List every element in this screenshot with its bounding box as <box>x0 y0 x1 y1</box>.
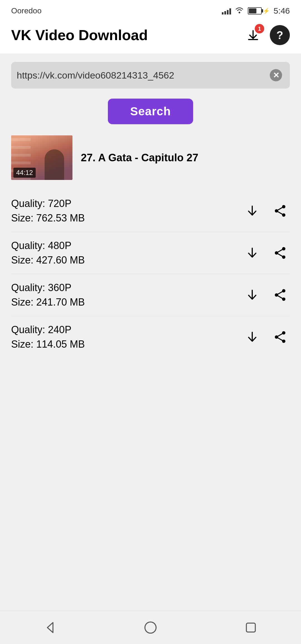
svg-line-15 <box>276 295 284 299</box>
video-info-row: 44:12 27. A Gata - Capitulo 27 <box>11 135 290 180</box>
quality-details-240p: Quality: 240P Size: 114.05 MB <box>11 324 85 350</box>
quality-item-240p: Quality: 240P Size: 114.05 MB <box>11 316 290 358</box>
svg-line-20 <box>276 337 284 341</box>
quality-list: Quality: 720P Size: 762.53 MB <box>11 190 290 358</box>
share-icon <box>273 204 287 218</box>
spacer <box>0 484 301 611</box>
status-bar: Ooredoo ⚡ 5:46 <box>0 0 301 19</box>
app-bar-icons: 1 ? <box>243 25 290 45</box>
size-720p-label: Size: 762.53 MB <box>11 212 85 224</box>
main-content: ✕ Search 44:12 27. A Gata - Capitulo 27 … <box>0 53 301 484</box>
app-bar: VK Video Download 1 ? <box>0 19 301 53</box>
download-icon <box>245 246 259 260</box>
svg-rect-23 <box>246 623 255 632</box>
download-480p-button[interactable] <box>242 243 262 263</box>
quality-item-720p: Quality: 720P Size: 762.53 MB <box>11 190 290 232</box>
status-right: ⚡ 5:46 <box>222 6 290 16</box>
time-text: 5:46 <box>274 6 290 16</box>
url-input-row: ✕ <box>11 62 290 89</box>
video-title: 27. A Gata - Capitulo 27 <box>81 152 198 164</box>
video-thumbnail: 44:12 <box>11 135 72 180</box>
size-240p-label: Size: 114.05 MB <box>11 338 85 350</box>
svg-line-10 <box>276 253 284 257</box>
svg-marker-21 <box>47 623 53 633</box>
download-icon <box>245 288 259 302</box>
clear-url-button[interactable]: ✕ <box>268 67 284 84</box>
download-badge-wrap: 1 <box>243 25 263 45</box>
recents-icon <box>244 620 258 635</box>
download-icon <box>245 330 259 344</box>
item-actions-240p <box>242 327 290 347</box>
url-input[interactable] <box>17 70 268 81</box>
share-icon <box>273 288 287 302</box>
svg-line-9 <box>276 249 284 253</box>
download-icon <box>245 204 259 218</box>
quality-details-720p: Quality: 720P Size: 762.53 MB <box>11 198 85 224</box>
item-actions-480p <box>242 243 290 263</box>
home-button[interactable] <box>143 620 158 635</box>
back-button[interactable] <box>43 620 57 635</box>
quality-720p-label: Quality: 720P <box>11 198 85 209</box>
search-button-wrap: Search <box>11 99 290 124</box>
wifi-icon <box>235 6 244 16</box>
share-720p-button[interactable] <box>270 201 290 221</box>
bolt-icon: ⚡ <box>263 8 270 14</box>
video-duration: 44:12 <box>13 168 36 178</box>
share-480p-button[interactable] <box>270 243 290 263</box>
help-icon: ? <box>276 29 283 42</box>
share-240p-button[interactable] <box>270 327 290 347</box>
quality-item-480p: Quality: 480P Size: 427.60 MB <box>11 232 290 274</box>
download-badge: 1 <box>255 24 264 33</box>
signal-icon <box>222 7 231 14</box>
quality-details-360p: Quality: 360P Size: 241.70 MB <box>11 282 85 308</box>
quality-item-360p: Quality: 360P Size: 241.70 MB <box>11 274 290 316</box>
home-icon <box>143 620 158 635</box>
back-icon <box>43 620 57 635</box>
share-icon <box>273 330 287 344</box>
svg-point-22 <box>145 622 156 633</box>
quality-480p-label: Quality: 480P <box>11 240 85 252</box>
share-360p-button[interactable] <box>270 285 290 305</box>
clear-icon: ✕ <box>270 69 282 81</box>
download-240p-button[interactable] <box>242 327 262 347</box>
bottom-nav <box>0 611 301 644</box>
item-actions-360p <box>242 285 290 305</box>
battery-indicator: ⚡ <box>248 7 270 14</box>
svg-line-5 <box>276 211 284 215</box>
search-button[interactable]: Search <box>108 99 193 124</box>
svg-point-0 <box>239 12 240 13</box>
size-360p-label: Size: 241.70 MB <box>11 296 85 308</box>
recents-button[interactable] <box>244 620 258 635</box>
help-button[interactable]: ? <box>270 25 290 45</box>
svg-line-19 <box>276 333 284 337</box>
share-icon <box>273 246 287 260</box>
download-720p-button[interactable] <box>242 201 262 221</box>
svg-line-4 <box>276 207 284 211</box>
quality-240p-label: Quality: 240P <box>11 324 85 336</box>
download-360p-button[interactable] <box>242 285 262 305</box>
svg-line-14 <box>276 291 284 295</box>
quality-360p-label: Quality: 360P <box>11 282 85 294</box>
app-title: VK Video Download <box>11 27 148 43</box>
carrier-text: Ooredoo <box>11 6 42 15</box>
size-480p-label: Size: 427.60 MB <box>11 254 85 266</box>
item-actions-720p <box>242 201 290 221</box>
quality-details-480p: Quality: 480P Size: 427.60 MB <box>11 240 85 266</box>
